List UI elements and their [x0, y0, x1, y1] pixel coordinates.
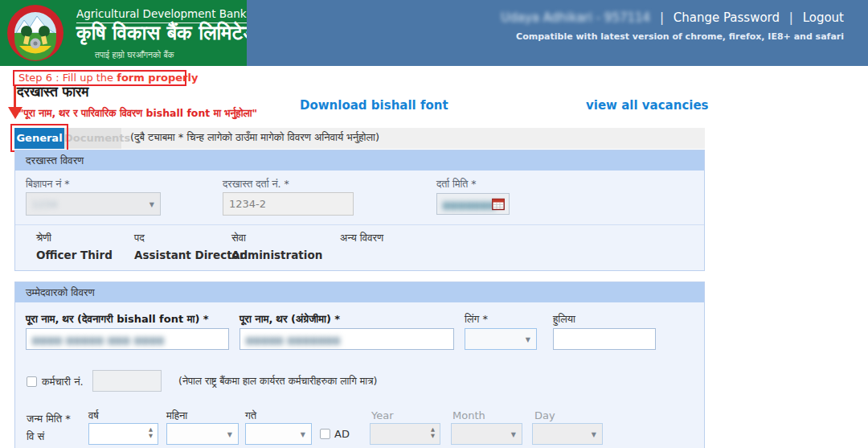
bank-name-nepali: कृषि विकास बैंक लिमिटेड: [76, 21, 256, 45]
step-text-bold: form properly: [117, 72, 198, 84]
calendar-icon[interactable]: [492, 198, 505, 211]
registration-no-input[interactable]: 1234-2: [223, 192, 354, 216]
class-value: Officer Third: [36, 249, 113, 261]
employee-no-checkbox[interactable]: [27, 376, 37, 387]
ad-year-stepper[interactable]: ▲ ▼: [370, 423, 440, 445]
download-bishall-font-link[interactable]: Download bishall font: [300, 98, 448, 113]
bank-tagline: तपाई हाम्रो घरआँगनको बैंक: [95, 50, 174, 60]
service-value: Administration: [231, 249, 322, 261]
registration-no-value: 1234-2: [229, 198, 266, 210]
advertisement-no-label: बिज्ञापन नं *: [26, 178, 70, 191]
application-form-page: Agricultural Development Bank Limited कृ…: [0, 0, 868, 448]
bs-month-select[interactable]: ▼: [166, 423, 239, 445]
ad-day-select[interactable]: ▼: [532, 423, 603, 445]
advertisement-no-select[interactable]: 1234 ▼: [26, 192, 161, 216]
tabs-mandatory-note: (दुबै ट्याबमा * चिन्ह लागेको ठाउँमा मागे…: [130, 131, 379, 144]
registration-date-input[interactable]: ▆▆▆▆▆▆▆: [436, 193, 510, 215]
stepper-down-icon: ▼: [431, 433, 435, 439]
other-details-label: अन्य विवरण: [340, 232, 383, 245]
page-title: दरखास्त फारम: [17, 84, 88, 100]
bs-month-label: महिना: [166, 409, 187, 422]
employee-no-input[interactable]: [92, 370, 162, 392]
bs-day-label: गते: [245, 409, 256, 422]
name-english-value: ▆▆▆▆▆ ▆▆▆▆▆▆▆: [246, 335, 341, 345]
bs-day-select[interactable]: ▼: [245, 423, 312, 445]
step-text: Step 6 : Fill up the: [18, 72, 117, 84]
gender-label: लिंग *: [465, 313, 488, 326]
registration-date-label: दर्ता मिति *: [436, 178, 477, 191]
stepper-arrows-icon: ▲ ▼: [149, 426, 153, 439]
stepper-arrows-icon: ▲ ▼: [431, 426, 435, 439]
ad-date-checkbox[interactable]: [320, 429, 330, 439]
employee-no-label: कर्मचारी नं.: [42, 376, 84, 388]
registration-date-value: ▆▆▆▆▆▆▆: [443, 199, 496, 210]
appearance-input[interactable]: [553, 328, 656, 350]
stepper-up-icon: ▲: [431, 426, 435, 433]
appearance-label: हुलिया: [553, 313, 575, 326]
chevron-down-icon: ▼: [227, 424, 232, 444]
stepper-down-icon[interactable]: ▼: [149, 433, 153, 439]
ad-day-label: Day: [534, 409, 555, 421]
post-label: पद: [134, 232, 145, 245]
red-arrow-line: [14, 86, 16, 108]
candidate-section-title: उम्मेदवारको विवरण: [15, 282, 704, 302]
advertisement-no-value: 1234: [32, 199, 58, 210]
ad-month-label: Month: [452, 409, 485, 421]
ad-year-label: Year: [371, 409, 394, 421]
name-english-label: पूरा नाम, थर (अंग्रेजीमा) *: [240, 313, 340, 326]
name-devanagari-label: पूरा नाम, थर (देवनागरी bishall font मा) …: [26, 313, 209, 326]
tab-general[interactable]: General: [14, 128, 64, 149]
bank-logo: [6, 4, 64, 62]
name-devanagari-value: ▆▆▆▆ ▆▆▆▆▆ ▆▆▆ ▆▆▆▆: [32, 335, 165, 345]
ad-checkbox-label: AD: [334, 428, 350, 440]
change-password-link[interactable]: Change Password: [674, 10, 780, 25]
class-label: श्रेणी: [36, 232, 51, 245]
dob-era-bs-label: वि सं: [27, 430, 44, 443]
separator: |: [660, 10, 664, 25]
employee-no-note: (नेपाल राष्ट्र बैंकमा हाल कार्यरत कर्मचा…: [178, 375, 377, 388]
ad-month-select[interactable]: ▼: [451, 423, 522, 445]
logout-link[interactable]: Logout: [803, 10, 844, 25]
chevron-down-icon: ▼: [301, 424, 305, 444]
chevron-down-icon: ▼: [526, 329, 530, 349]
post-value: Assistant Director: [134, 249, 245, 261]
service-label: सेवा: [231, 232, 246, 245]
candidate-details-section: उम्मेदवारको विवरण पूरा नाम, थर (देवनागरी…: [14, 282, 705, 448]
name-english-input[interactable]: ▆▆▆▆▆ ▆▆▆▆▆▆▆: [240, 328, 454, 350]
chevron-down-icon: ▼: [149, 193, 154, 215]
registration-no-label: दरखास्त दर्ता नं. *: [223, 178, 289, 191]
dob-label: जन्म मिति *: [27, 413, 71, 425]
tab-documents[interactable]: Documents: [64, 128, 121, 149]
separator: |: [789, 10, 793, 25]
browser-compatibility-note: Compatible with latest version of chrome…: [516, 31, 844, 42]
gender-select[interactable]: ▼: [465, 328, 537, 350]
view-all-vacancies-link[interactable]: view all vacancies: [586, 98, 709, 113]
chevron-down-icon: ▼: [592, 424, 596, 444]
stepper-up-icon[interactable]: ▲: [149, 426, 153, 433]
name-devanagari-input[interactable]: ▆▆▆▆ ▆▆▆▆▆ ▆▆▆ ▆▆▆▆: [26, 328, 229, 350]
bs-year-stepper[interactable]: ▲ ▼: [88, 423, 158, 445]
application-details-section: दरखास्त विवरण बिज्ञापन नं * 1234 ▼ दरखास…: [14, 150, 705, 271]
application-section-title: दरखास्त विवरण: [15, 150, 704, 171]
logged-in-user-name: Udaya Adhikari - 957114: [501, 10, 650, 25]
bishall-font-warning: "पूरा नाम, थर र पारिवारिक विवरण bishall …: [18, 107, 257, 120]
user-session-bar: Udaya Adhikari - 957114 | Change Passwor…: [501, 10, 844, 25]
header-green-block: Agricultural Development Bank Limited कृ…: [0, 0, 247, 66]
bs-year-label: वर्ष: [88, 409, 99, 422]
row-divider: [15, 224, 704, 225]
chevron-down-icon: ▼: [511, 424, 516, 444]
